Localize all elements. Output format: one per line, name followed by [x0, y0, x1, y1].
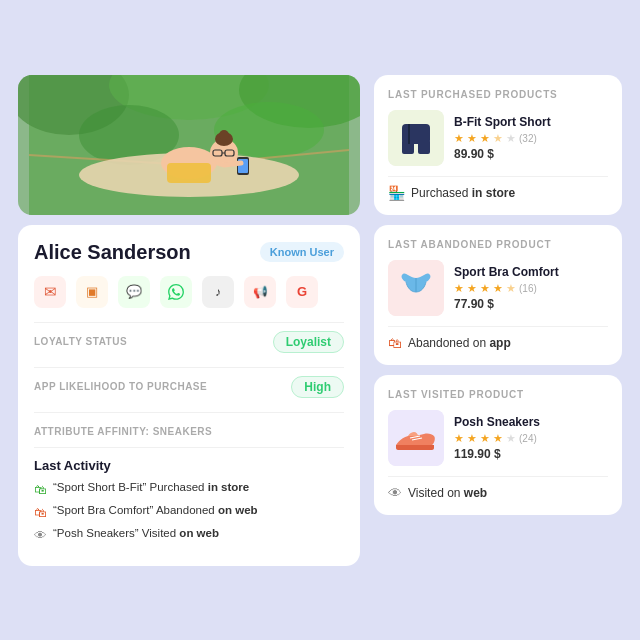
eye-icon: 👁 [34, 528, 47, 543]
google-icon[interactable]: G [286, 276, 318, 308]
purchased-product-name: B-Fit Sport Short [454, 115, 608, 129]
right-panel: LAST PURCHASED PRODUCTS B-Fit Sport Shor… [374, 75, 622, 515]
whatsapp-icon[interactable] [160, 276, 192, 308]
visited-stars: ★ ★ ★ ★ ★ (24) [454, 432, 608, 445]
affinity-row: ATTRIBUTE AFFINITY: SNEAKERS [34, 412, 344, 447]
activity-title: Last Activity [34, 458, 344, 473]
activity-text-3: “Posh Sneakers” Visited on web [53, 527, 219, 539]
sport-bra-thumbnail [388, 260, 444, 316]
store-icon: 🏪 [388, 185, 405, 201]
activity-item-1: 🛍 “Sport Short B-Fit” Purchased in store [34, 481, 344, 497]
abandoned-product-info: Sport Bra Comfort ★ ★ ★ ★ ★ (16) 77.90 $ [454, 265, 608, 311]
activity-item-2: 🛍 “Sport Bra Comfort” Abandoned on web [34, 504, 344, 520]
visited-product-row: Posh Sneakers ★ ★ ★ ★ ★ (24) 119.90 $ [388, 410, 608, 466]
abandoned-icon: 🛍 [388, 335, 402, 351]
known-badge: Known User [260, 242, 344, 262]
abandoned-product-row: Sport Bra Comfort ★ ★ ★ ★ ★ (16) 77.90 $ [388, 260, 608, 316]
visited-price: 119.90 $ [454, 447, 608, 461]
abandoned-stars: ★ ★ ★ ★ ★ (16) [454, 282, 608, 295]
abandoned-footer: 🛍 Abandoned on app [388, 326, 608, 351]
visited-product-name: Posh Sneakers [454, 415, 608, 429]
last-purchased-card: LAST PURCHASED PRODUCTS B-Fit Sport Shor… [374, 75, 622, 215]
likelihood-value: High [291, 376, 344, 398]
purchased-footer: 🏪 Purchased in store [388, 176, 608, 201]
left-panel: Alice Sanderson Known User ✉ ▣ 💬 ♪ 📢 G L… [18, 75, 360, 566]
visited-review-count: (24) [519, 433, 537, 444]
svg-rect-10 [167, 163, 211, 183]
purchased-price: 89.90 $ [454, 147, 608, 161]
announce-icon[interactable]: 📢 [244, 276, 276, 308]
eye-footer-icon: 👁 [388, 485, 402, 501]
loyalty-label: LOYALTY STATUS [34, 336, 127, 347]
chat-icon[interactable]: 💬 [118, 276, 150, 308]
sport-short-thumbnail [388, 110, 444, 166]
activity-item-3: 👁 “Posh Sneakers” Visited on web [34, 527, 344, 543]
sneakers-thumbnail [388, 410, 444, 466]
abandoned-review-count: (16) [519, 283, 537, 294]
purchased-product-row: B-Fit Sport Short ★ ★ ★ ★ ★ (32) 89.90 $ [388, 110, 608, 166]
loyalty-row: LOYALTY STATUS Loyalist [34, 322, 344, 361]
profile-image [18, 75, 360, 215]
likelihood-label: APP LIKELIHOOD TO PURCHASE [34, 381, 207, 392]
email-icon[interactable]: ✉ [34, 276, 66, 308]
abandoned-price: 77.90 $ [454, 297, 608, 311]
main-layout: Alice Sanderson Known User ✉ ▣ 💬 ♪ 📢 G L… [18, 75, 622, 566]
icons-row: ✉ ▣ 💬 ♪ 📢 G [34, 276, 344, 308]
card-icon[interactable]: ▣ [76, 276, 108, 308]
abandoned-product-name: Sport Bra Comfort [454, 265, 608, 279]
svg-rect-24 [408, 124, 410, 144]
user-name: Alice Sanderson [34, 241, 191, 264]
purchased-review-count: (32) [519, 133, 537, 144]
affinity-label: ATTRIBUTE AFFINITY: SNEAKERS [34, 426, 212, 437]
svg-point-13 [219, 130, 229, 140]
activity-text-2: “Sport Bra Comfort” Abandoned on web [53, 504, 258, 516]
purchased-section-title: LAST PURCHASED PRODUCTS [388, 89, 608, 100]
last-activity: Last Activity 🛍 “Sport Short B-Fit” Purc… [34, 447, 344, 543]
last-abandoned-card: LAST ABANDONED PRODUCT Sport Bra Comfort… [374, 225, 622, 365]
abandoned-section-title: LAST ABANDONED PRODUCT [388, 239, 608, 250]
activity-text-1: “Sport Short B-Fit” Purchased in store [53, 481, 249, 493]
last-visited-card: LAST VISITED PRODUCT Posh Snea [374, 375, 622, 515]
visited-product-info: Posh Sneakers ★ ★ ★ ★ ★ (24) 119.90 $ [454, 415, 608, 461]
user-header: Alice Sanderson Known User [34, 241, 344, 264]
visited-footer: 👁 Visited on web [388, 476, 608, 501]
purchased-stars: ★ ★ ★ ★ ★ (32) [454, 132, 608, 145]
likelihood-row: APP LIKELIHOOD TO PURCHASE High [34, 367, 344, 406]
tiktok-icon[interactable]: ♪ [202, 276, 234, 308]
bag-icon-2: 🛍 [34, 505, 47, 520]
svg-line-19 [224, 163, 241, 165]
purchased-product-info: B-Fit Sport Short ★ ★ ★ ★ ★ (32) 89.90 $ [454, 115, 608, 161]
loyalty-value: Loyalist [273, 331, 344, 353]
visited-section-title: LAST VISITED PRODUCT [388, 389, 608, 400]
bag-icon-1: 🛍 [34, 482, 47, 497]
svg-rect-23 [418, 140, 430, 154]
profile-card: Alice Sanderson Known User ✉ ▣ 💬 ♪ 📢 G L… [18, 225, 360, 566]
